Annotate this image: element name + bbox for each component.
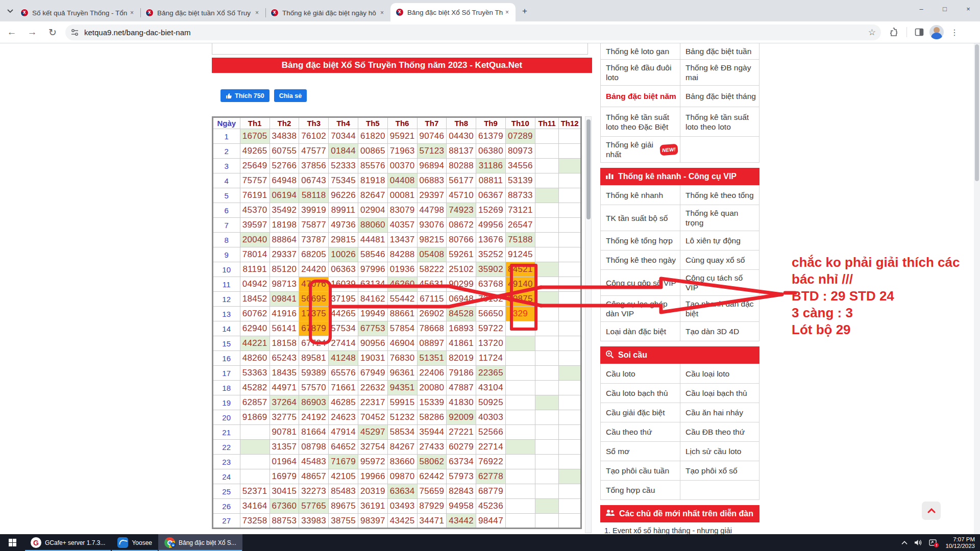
taskbar-app-b-ng-c-bi-t-x-s[interactable]: ▴Bảng đặc biệt Xổ S... [158, 534, 242, 551]
column-header-th6: Th6 [387, 117, 417, 129]
sidebar-link-thong-ke-loto-gan[interactable]: Thống kê loto gan [601, 43, 680, 59]
forward-icon[interactable]: → [23, 23, 41, 41]
result-cell: 88864 [270, 233, 299, 247]
fb-like-button[interactable]: Thích 750 [220, 89, 270, 102]
new-tab-button[interactable]: + [518, 4, 532, 18]
sidebar-link-thong-ke-nhanh[interactable]: Thống kê nhanh [601, 185, 680, 205]
page-scrollbar[interactable] [974, 43, 980, 534]
sidebar-link-cau-loai-bach-thu[interactable]: Cầu loại bạch thủ [680, 384, 759, 403]
maximize-button[interactable]: □ [933, 0, 957, 17]
result-cell: 83660 [387, 455, 417, 469]
sidebar-link-thong-ke-theo-tong[interactable]: Thống kê theo tổng [680, 185, 759, 205]
day-cell: 2 [213, 144, 240, 159]
page-scrollbar-thumb[interactable] [975, 44, 979, 181]
result-cell: 60762 [240, 307, 270, 321]
result-cell: 65243 [270, 351, 299, 366]
side-panel-icon[interactable] [914, 27, 924, 37]
sidebar-link-cong-cu-loc-ghep-dan-vip[interactable]: Công cụ lọc ghép dàn VIP [601, 296, 680, 321]
profile-avatar[interactable] [929, 25, 944, 39]
result-cell: 57765 [299, 499, 329, 514]
sidebar-link-tong-hop-cau[interactable]: Tổng hợp cầu [601, 481, 680, 499]
sidebar-link-cau-loto[interactable]: Cầu loto [601, 364, 680, 383]
tab-close-icon[interactable]: × [253, 9, 261, 17]
result-cell: 60755 [270, 144, 299, 159]
browser-tab-2[interactable]: Bảng đặc biệt tuần Xổ Số Truy× [140, 4, 265, 21]
minimize-button[interactable]: – [910, 0, 933, 17]
sidebar-link-lo-xien-tu-ong[interactable]: Lô xiên tự động [680, 231, 759, 250]
column-header-th2: Th2 [270, 117, 299, 129]
fb-share-button[interactable]: Chia sẻ [274, 89, 307, 102]
result-cell: 47914 [329, 425, 358, 440]
sidebar-link-so-mo[interactable]: Sổ mơ [601, 442, 680, 461]
back-icon[interactable]: ← [3, 23, 20, 41]
bookmark-star-icon[interactable]: ☆ [868, 27, 876, 38]
sidebar-row: Thống kê loto ganBảng đặc biệt tuần [601, 43, 759, 59]
sidebar-link-thong-ke-theo-ngay[interactable]: Thống kê theo ngày [601, 251, 680, 269]
browser-tab-1[interactable]: Số kết quả Truyền Thống - Tổn× [15, 4, 140, 21]
result-cell [505, 381, 535, 395]
sidebar-link-tao-dan-3d-4d[interactable]: Tạo dàn 3D 4D [680, 322, 759, 341]
taskbar-app-gcafe-server-1-7-3[interactable]: GGCafe+ server 1.7.3... [24, 534, 111, 551]
result-cell: 67115 [417, 292, 447, 307]
site-info-icon[interactable] [70, 28, 79, 37]
sidebar-link-bang-ac-biet-thang[interactable]: Bảng đặc biệt tháng [680, 86, 759, 107]
tab-close-icon[interactable]: × [128, 9, 136, 17]
sidebar-link-tk-tan-suat-bo-so[interactable]: TK tần suất bộ số [601, 205, 680, 231]
sidebar-link-cong-cu-gop-so-vip[interactable]: Công cụ gộp số VIP [601, 270, 680, 295]
scroll-to-top-button[interactable] [922, 502, 941, 520]
table-scrollbar[interactable] [585, 116, 592, 533]
sidebar-link-thong-ke-giai-nhat[interactable]: Thống kê giải nhấtNEW! [601, 137, 680, 162]
start-button[interactable] [0, 534, 24, 551]
result-cell: 74923 [447, 203, 476, 218]
sidebar-link-cau-loai-loto[interactable]: Cầu loại loto [680, 364, 759, 383]
forum-topic-link[interactable]: 1. Event xổ số hàng tháng - nhưng giải t… [604, 525, 756, 534]
sidebar: Thống kê loto ganBảng đặc biệt tuầnThống… [600, 43, 760, 534]
sidebar-row: Công cụ gộp số VIPCông cụ tách số VIP [601, 269, 759, 295]
annotation-line: bác nhỉ /// [792, 271, 960, 288]
reload-icon[interactable]: ↻ [44, 23, 61, 41]
result-cell [505, 395, 535, 410]
result-cell: 90956 [358, 336, 387, 351]
taskbar-app-yoosee[interactable]: Yoosee [111, 534, 158, 551]
sidebar-link-cau-loto-bach-thu[interactable]: Cầu loto bạch thủ [601, 384, 680, 403]
sidebar-link-tao-phoi-xo-so[interactable]: Tạo phôi xổ số [680, 461, 759, 480]
sidebar-link-thong-ke-quan-trong[interactable]: Thống kê quan trọng [680, 205, 759, 231]
sidebar-link-cau-b-theo-thu[interactable]: Cầu ĐB theo thứ [680, 422, 759, 441]
browser-tab-3[interactable]: Thống kê giải đặc biệt ngày hô× [265, 4, 390, 21]
browser-menu-kebab-icon[interactable]: ⋮ [948, 26, 961, 39]
tab-close-icon[interactable]: × [503, 8, 511, 17]
sidebar-link-thong-ke-b-ngay-mai[interactable]: Thống kê ĐB ngày mai [680, 60, 759, 85]
tab-close-icon[interactable]: × [378, 9, 386, 17]
browser-tab-4[interactable]: Bảng đặc biệt Xổ Số Truyền Th× [390, 3, 516, 21]
tab-search-chevron-icon[interactable] [4, 5, 16, 17]
result-cell: 18198 [270, 218, 299, 233]
sidebar-link-thong-ke-tan-suat-loto-theo-loto[interactable]: Thống kê tần suất loto theo loto [680, 107, 759, 136]
sidebar-link-lich-su-cau-loto[interactable]: Lịch sử cầu loto [680, 442, 759, 461]
sidebar-link-tao-nhanh-dan-ac-biet[interactable]: Tạo nhanh dàn đặc biệt [680, 296, 759, 321]
sidebar-link-cung-quay-xo-so[interactable]: Cùng quay xổ số [680, 251, 759, 269]
sidebar-link-tao-phoi-cau-tuan[interactable]: Tạo phôi cầu tuần [601, 461, 680, 480]
sidebar-link-loai-dan-ac-biet[interactable]: Loại dàn đặc biệt [601, 322, 680, 341]
speaker-icon[interactable] [914, 539, 922, 546]
result-cell: 15339 [417, 395, 447, 410]
sidebar-link-bang-ac-biet-nam[interactable]: Bảng đặc biệt năm [601, 86, 680, 107]
sidebar-link-thong-ke-tan-suat-loto-theo-ac-biet[interactable]: Thống kê tần suất loto theo Đặc Biệt [601, 107, 680, 136]
result-cell: 61820 [358, 129, 387, 144]
result-cell: 67360 [270, 499, 299, 514]
sidebar-link-cau-an-hai-nhay[interactable]: Cầu ăn hai nháy [680, 403, 759, 422]
address-bar[interactable]: ketqua9.net/bang-dac-biet-nam ☆ [65, 24, 881, 40]
tray-chevron-up-icon[interactable] [901, 541, 908, 545]
sidebar-link-bang-ac-biet-tuan[interactable]: Bảng đặc biệt tuần [680, 43, 759, 59]
sidebar-link-cong-cu-tach-so-vip[interactable]: Công cụ tách số VIP [680, 270, 759, 295]
sidebar-link-thong-ke-au-uoi-loto[interactable]: Thống kê đầu đuôi loto [601, 60, 680, 85]
extensions-puzzle-icon[interactable] [889, 27, 899, 37]
sidebar-link-cau-giai-ac-biet[interactable]: Cầu giải đặc biệt [601, 403, 680, 422]
taskbar-clock[interactable]: 7:07 PM 10/12/2023 [943, 536, 975, 549]
notification-icon[interactable]: ! [929, 539, 937, 546]
table-scrollbar-thumb[interactable] [586, 119, 591, 219]
close-button[interactable]: × [957, 0, 980, 17]
url-text[interactable]: ketqua9.net/bang-dac-biet-nam [84, 28, 868, 37]
sidebar-link-thong-ke-tong-hop[interactable]: Thống kê tổng hợp [601, 231, 680, 250]
result-cell: 89911 [329, 203, 358, 218]
sidebar-link-cau-theo-thu[interactable]: Cầu theo thứ [601, 422, 680, 441]
